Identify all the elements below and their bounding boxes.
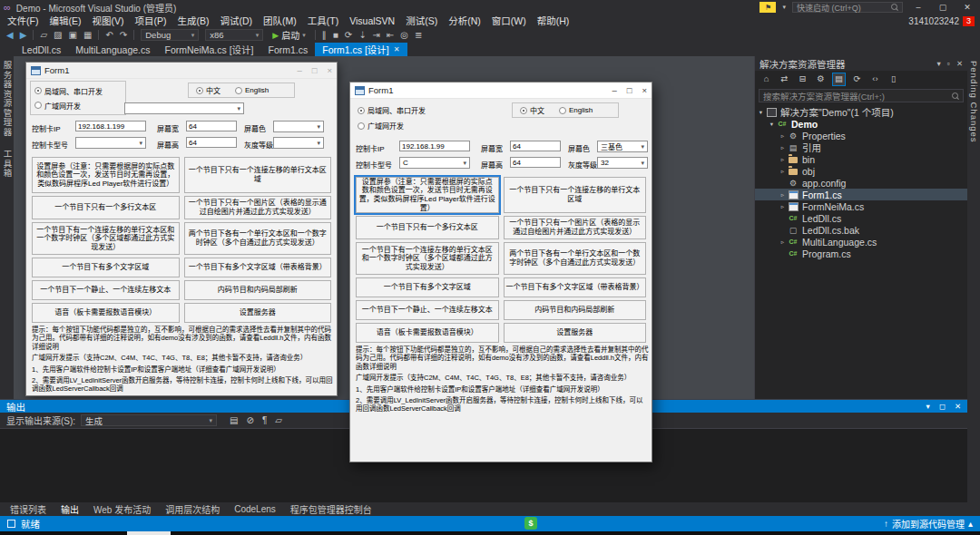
form-button[interactable]: 语音（板卡需要报数语音模块） [356,323,499,343]
form-button[interactable]: 一个节目下一个静止、一个连续左移文本 [356,300,499,320]
tab-pending-changes[interactable]: Pending Changes [969,61,979,399]
radio-lan-serial[interactable]: 局域网、串口开发 [34,86,122,96]
chevron-expanded-icon[interactable]: ▾ [768,121,776,128]
open-file-icon[interactable]: ▨ [54,31,62,40]
quick-launch-box[interactable]: 快速启动 (Ctrl+Q) [792,2,903,13]
maximize-icon[interactable]: ◻ [939,402,946,411]
redo-icon[interactable]: ↷ [120,31,127,40]
output-source-combobox[interactable]: 生成 ▾ [81,414,217,426]
step-over-icon[interactable]: ⇥ [373,31,380,40]
solution-tree[interactable]: ▾解决方案"Demo"(1 个项目)▾C#Demo▹⚙Properties▹▤引… [755,105,967,399]
switch-views-icon[interactable]: ⇄ [779,73,790,85]
chevron-collapsed-icon[interactable]: ▹ [779,238,787,246]
floating-app-icon[interactable]: $ [524,517,537,530]
form-button[interactable]: 两个节目下各有一个单行文本区和一个数字时钟区（多个自通过此方式实现发送） [184,222,332,255]
bottom-tab-item[interactable]: 程序包管理器控制台 [283,502,379,516]
bottom-tab-item[interactable]: 错误列表 [3,502,54,516]
control-ip-input[interactable] [75,121,146,131]
form-button[interactable]: 设置屏参（注意：只需要根据屏的实际点数和颜色设置一次，发送节目时无需再设置，类似… [32,157,180,193]
minimize-button[interactable]: – [909,3,927,12]
bottom-tab-web[interactable]: Web 发布活动 [86,502,158,516]
tree-item-multilanguage-cs[interactable]: ▹C#MultiLanguage.cs [755,236,967,248]
form-maximize-button[interactable]: □ [312,65,318,75]
menu-f-0[interactable]: 文件(F) [2,15,44,27]
form-minimize-button[interactable]: – [297,65,301,75]
platform-combobox[interactable]: x86▾ [205,29,263,41]
tree-item-formneima-cs[interactable]: ▹FormNeiMa.cs [755,200,967,212]
chevron-collapsed-icon[interactable]: ▹ [779,132,787,140]
solution-search-input[interactable]: 搜索解决方案资源管理器(Ctrl+;) [759,89,964,102]
form-button[interactable]: 一个节目下只有一个图片区（表格的显示通过自绘图片并通过此方式实现发送） [184,196,332,219]
show-all-files-icon[interactable]: ▤ [833,73,845,85]
form-button[interactable]: 一个节目下有一个连接左移的单行文本区和一个数字时钟区（多个区域都通过此方式实现发… [32,222,180,255]
chevron-collapsed-icon[interactable]: ▹ [779,203,787,210]
radio-lan-serial[interactable]: 局域网、串口开发 [358,105,446,115]
menu-t-7[interactable]: 工具(T) [302,15,344,27]
control-model-combobox[interactable]: C▾ [399,157,470,169]
tab-form1-cs[interactable]: Form1.cs [261,43,316,56]
tree-item-bin[interactable]: ▹bin [755,153,967,165]
tree-item-program-cs[interactable]: C#Program.cs [755,248,967,259]
menu-p-3[interactable]: 项目(P) [129,15,172,27]
form-button[interactable]: 设置服务器 [504,323,647,343]
nav-forward-icon[interactable]: ▶ [20,31,27,40]
radio-wan[interactable]: 广域网开发 [358,121,446,131]
radio-english[interactable]: English [235,86,269,94]
left-dock-tab-0[interactable]: 服务器资源管理器 [1,61,14,137]
solution-explorer-header[interactable]: 解决方案资源管理器 ▾▫✕ [755,56,967,71]
form-button[interactable]: 一个节目下有多个文字区域 [32,258,180,277]
screen-width-input[interactable] [186,121,237,131]
form-button[interactable]: 一个节目下只有一个多行文本区 [356,216,499,239]
tab-form1-cs[interactable]: Form1.cs [设计]✕ [315,43,407,56]
step-out-icon[interactable]: ⇤ [387,31,394,40]
menu-visualsvn-8[interactable]: VisualSVN [344,15,400,27]
tree-item-app-config[interactable]: ⚙app.config [755,177,967,189]
form-button[interactable]: 内码节目和内码局部刷新 [504,300,647,320]
gray-level-combobox[interactable]: 32▾ [597,157,648,169]
menu-v-2[interactable]: 视图(V) [86,15,129,27]
toolwindow-options-icon[interactable]: ▾ [937,59,941,68]
chevron-collapsed-icon[interactable]: ▹ [779,156,787,163]
form-close-button[interactable]: × [642,85,647,95]
form-button[interactable]: 一个节目下只有一个多行文本区 [32,196,180,219]
gray-level-combobox[interactable]: ▾ [273,137,324,149]
menu-h-12[interactable]: 帮助(H) [532,15,575,27]
break-all-icon[interactable]: ∥ [322,31,327,40]
word-wrap-icon[interactable]: ¶ [262,415,267,425]
find-in-files-icon[interactable]: ◎ [400,31,408,40]
step-into-icon[interactable]: ⇣ [358,31,366,40]
radio-chinese[interactable]: 中文 [196,85,220,95]
chevron-expanded-icon[interactable]: ▾ [757,109,765,116]
add-to-source-control-button[interactable]: ↑ 添加到源代码管理 ▴ [884,517,973,530]
form-button[interactable]: 一个节目下只有一个连接左移的单行文本区域 [184,157,332,193]
tree-item-demo-1[interactable]: ▾解决方案"Demo"(1 个项目) [755,106,967,118]
form-button[interactable]: 内码节目和内码局部刷新 [184,280,332,300]
radio-wan[interactable]: 广域网开发 [34,101,122,111]
solution-config-combobox[interactable]: Debug▾ [141,29,199,41]
tree-item-item[interactable]: ▹▤引用 [755,141,967,153]
menu-s-9[interactable]: 测试(S) [400,15,443,27]
form-button[interactable]: 一个节目下只有一个图片区（表格的显示通过自绘图片并通过此方式实现发送） [504,216,647,239]
start-debug-button[interactable]: ▶启动▾ [270,28,308,42]
menu-n-10[interactable]: 分析(N) [443,15,486,27]
menu-m-6[interactable]: 团队(M) [258,15,302,27]
form-button[interactable]: 两个节目下各有一个单行文本区和一个数字时钟区（多个自通过此方式实现发送） [504,242,647,275]
tab-multilanguage-cs[interactable]: MultiLanguage.cs [68,43,157,56]
screen-height-input[interactable] [510,157,561,168]
save-icon[interactable]: ▣ [69,31,77,40]
menu-e-1[interactable]: 编辑(E) [44,15,86,27]
form-close-button[interactable]: × [327,65,332,75]
form-button[interactable]: 设置屏参（注意：只需要根据屏的实际点数和颜色设置一次，发送节目时无需再设置，类似… [356,177,499,213]
taskbar-item[interactable] [127,531,171,535]
screen-color-combobox[interactable]: ▾ [273,121,324,132]
form-button[interactable]: 一个节目下有多个文字区域（带表格背景） [504,277,647,297]
pin-icon[interactable]: ▫ [947,59,950,68]
form-button[interactable]: 一个节目下有多个文字区域 [356,277,499,297]
screen-height-input[interactable] [186,137,237,148]
control-ip-input[interactable] [399,141,470,151]
close-icon[interactable]: ✕ [956,59,963,68]
form-button[interactable]: 一个节目下有多个文字区域（带表格背景） [184,258,332,277]
form-title-bar[interactable]: Form1 – □ × [26,63,337,79]
messages-icon[interactable]: ▤ [230,415,238,425]
radio-chinese[interactable]: 中文 [520,105,544,115]
